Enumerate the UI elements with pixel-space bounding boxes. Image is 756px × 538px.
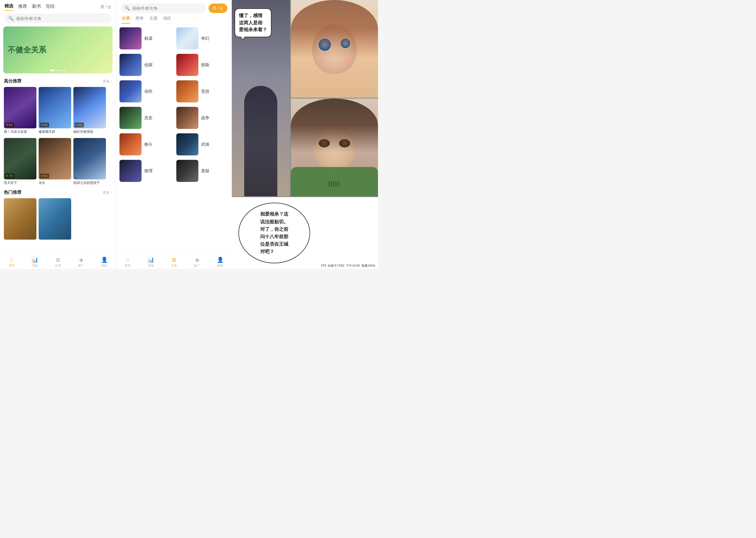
manga-score-1: 9.9分 [5, 123, 14, 127]
middle-nav-mine[interactable]: 👤 我的 [209, 254, 232, 269]
middle-search-input[interactable] [132, 6, 202, 11]
category-thumb-jingxian [176, 54, 198, 76]
left-gender-toggle[interactable]: 男 / 女 [100, 5, 112, 10]
manga-item-hot-2[interactable] [39, 198, 71, 241]
nav-tab-wanjie[interactable]: 完结 [46, 4, 55, 11]
shelf-icon: 📊 [31, 256, 38, 263]
manga-title-6: 轮回七次的恶役千 [74, 181, 106, 185]
category-item-qihuan[interactable]: 奇幻 [176, 27, 229, 49]
cat-tab-fenlei[interactable]: 分类 [122, 16, 130, 24]
middle-nav-home[interactable]: ⌂ 首页 [116, 254, 139, 269]
bottom-bubble-text: 相爱相杀？这说法挺贴切。对了，你之前问十八年前那位是否在王城对吧？ [260, 210, 288, 255]
manga-cover-4: 9.7分 [4, 138, 36, 180]
manga-grid-high-score: 9.9分 我！天命大反派 9.9分 修真聊天群 9.9分 疯狂升级系统 [0, 86, 116, 137]
left-banner[interactable]: 不健全关系 [3, 27, 113, 74]
left-search-bar: 🔍 [4, 14, 112, 23]
cat-tab-zhuti[interactable]: 主题 [149, 16, 158, 24]
manga-cover-hot-2 [39, 198, 71, 240]
manga-item-5[interactable]: 9.9分 永生 [39, 138, 71, 185]
category-thumb-dongzuo [120, 80, 141, 102]
middle-nav-promo[interactable]: ◈ 推广 [185, 254, 209, 269]
watermelon-pattern [329, 181, 340, 187]
category-item-zhanzheng[interactable]: 战争 [176, 107, 229, 129]
category-item-gedou[interactable]: 格斗 [120, 133, 172, 155]
middle-nav-home-label: 首页 [125, 263, 131, 267]
cat-tab-diqu[interactable]: 地区 [163, 16, 171, 24]
category-thumb-qihuan [176, 27, 198, 49]
left-scroll: 高分推荐 更多 › 9.9分 我！天命大反派 9.9分 修真聊天群 9.9分 疯 [0, 77, 116, 254]
left-nav-shelf-label: 书架 [32, 264, 38, 268]
status-chapter: 519 [321, 264, 326, 268]
mine-icon: 👤 [101, 256, 108, 263]
middle-category-icon: ⊞ [172, 256, 176, 263]
category-thumb-quanmou [120, 27, 141, 49]
category-item-lishi[interactable]: 历史 [120, 107, 172, 129]
category-list: 权谋 奇幻 侦探 惊险 动作 竞技 [116, 27, 232, 254]
banner-title: 不健全关系 [8, 45, 46, 55]
category-thumb-xuanyi [176, 160, 198, 182]
right-top-speech-bubble: 懂了，感情这两人是相爱相杀来着？ [234, 8, 272, 37]
category-item-quanmou[interactable]: 权谋 [120, 27, 172, 49]
middle-search-icon: 🔍 [125, 6, 130, 11]
character-girl-panel [291, 0, 378, 98]
left-nav-mine[interactable]: 👤 我的 [93, 254, 116, 269]
left-nav-promo[interactable]: ◈ 推广 [70, 254, 93, 269]
banner-dot-5 [64, 70, 65, 71]
left-nav-category[interactable]: ⊞ 分类 [46, 254, 70, 269]
category-item-jingxian[interactable]: 惊险 [176, 54, 229, 76]
manga-title-2: 修真聊天群 [39, 130, 71, 134]
category-item-zhentian[interactable]: 侦探 [120, 54, 172, 76]
cat-tab-bangdan[interactable]: 榜单 [135, 16, 144, 24]
category-item-xuanyi[interactable]: 悬疑 [176, 160, 229, 182]
nav-tab-xinshu[interactable]: 新书 [32, 4, 41, 11]
nav-tab-jingxuan[interactable]: 精选 [4, 3, 13, 11]
category-item-wuxia[interactable]: 武侠 [176, 133, 229, 155]
category-name-wuxia: 武侠 [201, 142, 209, 147]
promo-icon: ◈ [79, 256, 83, 263]
category-name-zhanzheng: 战争 [201, 115, 209, 121]
manga-cover-5: 9.9分 [39, 138, 71, 180]
high-score-more[interactable]: 更多 › [103, 79, 112, 84]
left-nav-home[interactable]: ⌂ 首页 [0, 254, 23, 269]
manga-title-3: 疯狂升级系统 [74, 130, 106, 134]
hot-section-title: 热门推荐 [4, 189, 22, 195]
manga-item-2[interactable]: 9.9分 修真聊天群 [39, 87, 71, 134]
bottom-speech-bubble: 相爱相杀？这说法挺贴切。对了，你之前问十八年前那位是否在王城对吧？ [238, 203, 310, 263]
category-name-gedou: 格斗 [144, 142, 153, 147]
category-thumb-zhanzheng [176, 107, 198, 129]
category-item-tuili[interactable]: 推理 [120, 160, 172, 182]
manga-score-4: 9.7分 [5, 174, 14, 178]
manga-item-1[interactable]: 9.9分 我！天命大反派 [4, 87, 36, 134]
category-row-3: 动作 竞技 [120, 80, 228, 102]
category-name-dongzuo: 动作 [144, 89, 153, 94]
category-item-dongzuo[interactable]: 动作 [120, 80, 172, 102]
middle-nav-promo-label: 推广 [194, 264, 200, 268]
manga-cover-6 [74, 138, 106, 180]
middle-nav-shelf[interactable]: 📊 书架 [139, 254, 163, 269]
left-search-input[interactable] [16, 16, 108, 21]
left-header: 精选 推荐 新书 完结 男 / 女 🔍 [0, 0, 116, 27]
manga-item-4[interactable]: 9.7分 苍天在下 [4, 138, 36, 185]
right-panel: 懂了，感情这两人是相爱相杀来着？ [232, 0, 378, 269]
manga-item-hot-1[interactable] [4, 198, 36, 241]
nav-tab-tuijian[interactable]: 推荐 [18, 4, 27, 11]
left-nav-shelf[interactable]: 📊 书架 [23, 254, 46, 269]
high-score-title: 高分推荐 [4, 79, 22, 84]
category-row-1: 权谋 奇幻 [120, 27, 228, 49]
right-bottom-text-area: 相爱相杀？这说法挺贴切。对了，你之前问十八年前那位是否在王城对吧？ [232, 197, 378, 269]
category-name-tuili: 推理 [144, 168, 153, 174]
manga-score-5: 9.9分 [40, 174, 49, 178]
middle-nav-category[interactable]: ⊞ 分类 [163, 254, 186, 269]
category-row-2: 侦探 惊险 [120, 54, 228, 76]
category-icon: ⊞ [56, 256, 60, 263]
category-name-xuanyi: 悬疑 [201, 168, 209, 174]
manga-item-6[interactable]: 轮回七次的恶役千 [74, 138, 106, 185]
category-thumb-tuili [120, 160, 141, 182]
top-bubble-text: 懂了，感情这两人是相爱相杀来着？ [239, 13, 267, 32]
hot-section-more[interactable]: 更多 › [103, 190, 112, 195]
middle-gender-btn[interactable]: 男 / 女 [209, 4, 227, 13]
manga-item-3[interactable]: 9.9分 疯狂升级系统 [74, 87, 106, 134]
category-name-jingji: 竞技 [201, 89, 209, 94]
high-score-section-header: 高分推荐 更多 › [0, 77, 116, 86]
category-item-jingji[interactable]: 竞技 [176, 80, 229, 102]
